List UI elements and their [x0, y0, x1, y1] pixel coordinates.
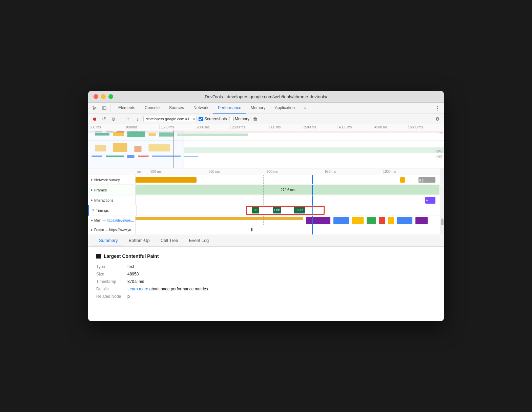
- flamechart-ruler: ms 800 ms 850 ms 900 ms 950 ms 1000 ms: [88, 168, 444, 175]
- upload-button[interactable]: ↑: [124, 115, 132, 123]
- timings-triangle: ▼: [92, 209, 95, 212]
- tab-more[interactable]: »: [300, 103, 311, 114]
- tab-memory[interactable]: Memory: [246, 103, 270, 114]
- learn-more-link[interactable]: Learn more: [127, 287, 148, 291]
- ruler-tick-5000: 5000 ms: [408, 125, 444, 129]
- timings-label[interactable]: ▼ Timings: [89, 205, 137, 215]
- ruler-tick-4000: 4000 ms: [337, 125, 373, 129]
- interactions-label[interactable]: ▶ Interactions: [88, 195, 136, 205]
- row-frames[interactable]: ▶ Frames 279.6 ms: [88, 185, 444, 195]
- overview-cursor-2: [173, 130, 174, 168]
- ruler-tick-2500: 2500 ms: [230, 125, 266, 129]
- tab-call-tree[interactable]: Call Tree: [155, 235, 184, 246]
- dashed-line-5: [263, 216, 264, 225]
- interactions-a-bar: A...: [425, 197, 435, 204]
- network-bar-gg: g g...: [418, 177, 435, 183]
- memory-checkbox-label[interactable]: Memory: [229, 117, 249, 121]
- frames-label[interactable]: ▶ Frames: [88, 185, 136, 195]
- frame-label[interactable]: ▶ Frame — https://www.youtube.com/embed/…: [88, 225, 136, 234]
- blue-cursor-5: [312, 216, 313, 225]
- row-main[interactable]: ▶ Main — https://developers.google.com/w…: [88, 216, 444, 225]
- row-timings[interactable]: ▼ Timings FP LCP LCP: [88, 205, 444, 216]
- main-bar-7: [397, 217, 412, 224]
- main-bar-4: [367, 217, 376, 224]
- tab-network[interactable]: Network: [189, 103, 213, 114]
- device-icon[interactable]: [100, 104, 108, 112]
- selection-highlight: [246, 206, 325, 215]
- summary-row-timestamp: Timestamp 870.5 ms: [96, 279, 436, 284]
- maximize-button[interactable]: [108, 94, 113, 99]
- performance-toolbar: ⏺ ↺ ⊘ ↑ ↓ developers.google.com #1 Scree…: [88, 114, 444, 124]
- size-key: Size: [96, 272, 123, 276]
- blue-cursor-3: [312, 195, 313, 205]
- screenshots-checkbox-label[interactable]: Screenshots: [199, 117, 227, 121]
- timings-content: FP LCP LCP: [137, 205, 440, 215]
- tab-console[interactable]: Console: [140, 103, 164, 114]
- ruler-tick-3500: 3500 ms: [302, 125, 337, 129]
- download-button[interactable]: ↓: [134, 115, 141, 123]
- tab-bottom-up[interactable]: Bottom-Up: [123, 235, 155, 246]
- clear-button[interactable]: ⊘: [110, 115, 117, 123]
- network-survey-label[interactable]: ▶ Network survey...: [88, 175, 136, 184]
- lcp-icon: [96, 254, 101, 259]
- fc-tick-900: 900 ms: [265, 170, 324, 173]
- tab-performance[interactable]: Performance: [213, 103, 246, 114]
- svg-rect-17: [184, 147, 444, 153]
- record-button[interactable]: ⏺: [91, 115, 98, 123]
- tab-summary[interactable]: Summary: [94, 235, 123, 246]
- reload-button[interactable]: ↺: [100, 115, 108, 123]
- scroll-right-6: [440, 225, 444, 234]
- minimize-button[interactable]: [101, 94, 106, 99]
- interactions-triangle: ▶: [91, 199, 93, 202]
- type-value: text: [127, 264, 134, 269]
- target-selector-value: developers.google.com #1: [146, 117, 189, 121]
- row-frame[interactable]: ▶ Frame — https://www.youtube.com/embed/…: [88, 225, 444, 235]
- scroll-right-5: [440, 216, 444, 225]
- ruler-tick-2000: 2000 ms: [195, 125, 230, 129]
- timeline-overview[interactable]: 500 ms 1000ms 1500 ms 2000 ms 2500 ms 30…: [88, 124, 444, 168]
- screenshots-checkbox[interactable]: [199, 117, 203, 121]
- timings-text: Timings: [96, 208, 109, 212]
- network-triangle: ▶: [91, 178, 93, 181]
- row-interactions[interactable]: ▶ Interactions A...: [88, 195, 444, 205]
- frame-marker: [251, 228, 252, 231]
- target-selector[interactable]: developers.google.com #1: [143, 116, 197, 122]
- frame-text: Frame — https://www.youtube.com/embed/G_…: [94, 228, 135, 232]
- blue-cursor-1: [312, 175, 313, 184]
- network-survey-content: g g...: [136, 175, 440, 184]
- vertical-dots-icon[interactable]: ⋮: [434, 104, 441, 112]
- summary-row-size: Size 48958: [96, 272, 436, 276]
- timeline-selection: [88, 130, 184, 168]
- related-node-key: Related Node: [96, 294, 123, 299]
- summary-row-details: Details Learn more about page performanc…: [96, 287, 436, 291]
- svg-rect-23: [184, 156, 199, 157]
- blue-cursor-2: [312, 185, 313, 195]
- settings-icon[interactable]: ⚙: [434, 115, 441, 123]
- related-node-value: p: [127, 294, 130, 299]
- close-button[interactable]: [94, 94, 98, 99]
- frames-triangle: ▶: [91, 188, 93, 191]
- trash-icon[interactable]: 🗑: [251, 115, 259, 123]
- row-network-survey[interactable]: ▶ Network survey... g g...: [88, 175, 444, 185]
- dashed-line-3: [263, 195, 264, 205]
- main-bar-2: [333, 217, 349, 224]
- main-bar-8: [415, 217, 428, 224]
- title-bar: DevTools - developers.google.com/web/too…: [88, 91, 444, 103]
- fc-tick-1000: 1000 ms: [382, 170, 440, 173]
- main-text: Main — https://developers.google.com/web…: [94, 219, 135, 222]
- devtools-window: DevTools - developers.google.com/web/too…: [88, 91, 444, 321]
- interactions-text: Interactions: [94, 198, 114, 202]
- tab-event-log[interactable]: Event Log: [184, 235, 214, 246]
- main-bar-6: [388, 217, 394, 224]
- cursor-icon[interactable]: [91, 104, 98, 112]
- tab-application[interactable]: Application: [270, 103, 300, 114]
- frame-content: [136, 225, 440, 234]
- tab-elements[interactable]: Elements: [114, 103, 140, 114]
- summary-title-text: Largest Contentful Paint: [104, 253, 159, 259]
- window-title: DevTools - developers.google.com/web/too…: [205, 94, 327, 99]
- summary-title: Largest Contentful Paint: [96, 253, 436, 259]
- svg-rect-8: [177, 133, 248, 136]
- tab-sources[interactable]: Sources: [164, 103, 189, 114]
- main-label[interactable]: ▶ Main — https://developers.google.com/w…: [88, 216, 136, 225]
- memory-checkbox[interactable]: [229, 117, 233, 121]
